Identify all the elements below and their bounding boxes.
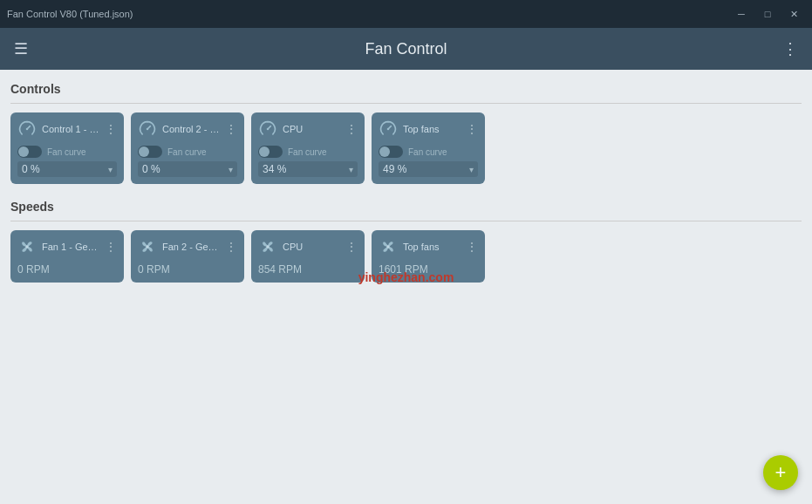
card-header: Fan 1 - GeForce RT... ⋮ (17, 237, 117, 256)
toggle-row: Fan curve (17, 146, 117, 158)
gauge-icon (138, 119, 157, 139)
card-header-left: Top fans (379, 119, 440, 139)
speed-card-fan-1: Fan 1 - GeForce RT... ⋮ 0 RPM (10, 230, 124, 283)
controls-section-header: Controls (10, 77, 802, 104)
card-menu-button[interactable]: ⋮ (225, 123, 237, 135)
card-menu-button[interactable]: ⋮ (345, 123, 358, 135)
card-header: Top fans ⋮ (379, 237, 478, 256)
fan-curve-label: Fan curve (47, 147, 85, 157)
card-title: Top fans (403, 124, 440, 134)
value-dropdown[interactable]: 0 % ▾ (138, 161, 237, 177)
add-fab-button[interactable]: + (763, 455, 798, 490)
card-menu-button[interactable]: ⋮ (225, 241, 237, 253)
dropdown-value: 34 % (263, 163, 286, 175)
minimize-button[interactable]: ─ (730, 5, 753, 23)
card-menu-button[interactable]: ⋮ (345, 241, 358, 253)
maximize-button[interactable]: □ (756, 5, 779, 23)
chevron-down-icon: ▾ (469, 165, 474, 174)
rpm-value: 0 RPM (17, 263, 117, 276)
svg-point-5 (267, 128, 270, 131)
card-title: Control 1 - GeForce (42, 124, 103, 134)
toggle-switch[interactable] (17, 146, 42, 158)
card-menu-button[interactable]: ⋮ (466, 241, 478, 253)
hamburger-menu-icon[interactable]: ☰ (14, 39, 28, 58)
close-button[interactable]: ✕ (782, 5, 805, 23)
gauge-icon (17, 119, 37, 139)
dropdown-value: 49 % (383, 163, 406, 175)
controls-grid: Control 1 - GeForce ⋮ Fan curve 0 % ▾ (10, 112, 802, 184)
control-card-control-cpu: CPU ⋮ Fan curve 34 % ▾ (251, 112, 365, 184)
rpm-value: 854 RPM (258, 263, 358, 276)
svg-point-1 (26, 128, 29, 131)
speed-card-fan-cpu: CPU ⋮ 854 RPM (251, 230, 365, 283)
toggle-knob (18, 146, 29, 157)
card-header: CPU ⋮ (258, 237, 358, 256)
card-header: Control 1 - GeForce ⋮ (17, 119, 117, 139)
toggle-switch[interactable] (258, 146, 283, 158)
toggle-row: Fan curve (379, 146, 478, 158)
watermark: yinghezhan.com (358, 270, 454, 284)
app-bar-left: ☰ (14, 39, 28, 58)
window-controls: ─ □ ✕ (730, 5, 805, 23)
card-header: Control 2 - GeForce ⋮ (138, 119, 237, 139)
card-header-left: Fan 2 - GeForce RT... (138, 237, 223, 256)
svg-point-9 (146, 245, 148, 248)
toggle-row: Fan curve (258, 146, 358, 158)
card-header-left: Control 1 - GeForce (17, 119, 103, 139)
card-header-left: Fan 1 - GeForce RT... (17, 237, 103, 256)
card-header-left: Top fans (379, 237, 440, 256)
value-dropdown[interactable]: 0 % ▾ (17, 161, 117, 177)
card-menu-button[interactable]: ⋮ (105, 123, 117, 135)
card-menu-button[interactable]: ⋮ (466, 123, 478, 135)
fan-icon (138, 237, 157, 256)
value-dropdown[interactable]: 34 % ▾ (258, 161, 358, 177)
more-options-icon[interactable]: ⋮ (782, 39, 798, 58)
fan-icon (379, 237, 398, 256)
dropdown-value: 0 % (142, 163, 160, 175)
card-header: Top fans ⋮ (379, 119, 478, 139)
fan-icon (17, 237, 37, 256)
control-card-control-2: Control 2 - GeForce ⋮ Fan curve 0 % ▾ (131, 112, 244, 184)
toggle-switch[interactable] (379, 146, 403, 158)
chevron-down-icon: ▾ (349, 165, 353, 174)
svg-point-11 (386, 245, 389, 248)
control-card-control-1: Control 1 - GeForce ⋮ Fan curve 0 % ▾ (10, 112, 124, 184)
title-bar: Fan Control V80 (Tuned.json) ─ □ ✕ (0, 0, 812, 28)
window-title: Fan Control V80 (Tuned.json) (7, 9, 133, 19)
chevron-down-icon: ▾ (108, 165, 113, 174)
app-bar: ☰ Fan Control ⋮ (0, 28, 812, 70)
card-header-left: Control 2 - GeForce (138, 119, 223, 139)
fan-curve-label: Fan curve (408, 147, 447, 157)
toggle-knob (139, 146, 149, 157)
fan-curve-label: Fan curve (167, 147, 206, 157)
fan-curve-label: Fan curve (288, 147, 326, 157)
svg-point-8 (25, 245, 28, 248)
control-card-control-top: Top fans ⋮ Fan curve 49 % ▾ (372, 112, 485, 184)
toggle-knob (379, 146, 390, 157)
toggle-switch[interactable] (138, 146, 162, 158)
svg-point-3 (147, 128, 149, 131)
svg-point-7 (387, 128, 390, 131)
svg-point-10 (266, 245, 269, 248)
card-title: CPU (283, 124, 303, 134)
card-title: Control 2 - GeForce (162, 124, 223, 134)
value-dropdown[interactable]: 49 % ▾ (379, 161, 478, 177)
card-menu-button[interactable]: ⋮ (105, 241, 117, 253)
fan-icon (258, 237, 277, 256)
toggle-knob (259, 146, 270, 157)
card-header-left: CPU (258, 119, 303, 139)
toggle-row: Fan curve (138, 146, 237, 158)
card-header: CPU ⋮ (258, 119, 358, 139)
speed-card-fan-2: Fan 2 - GeForce RT... ⋮ 0 RPM (131, 230, 244, 283)
main-content: Controls Control 1 - GeForce ⋮ Fan curve (0, 70, 812, 504)
speeds-section-header: Speeds (10, 194, 802, 221)
dropdown-value: 0 % (22, 163, 40, 175)
card-header-left: CPU (258, 237, 303, 256)
card-title: Fan 1 - GeForce RT... (42, 242, 103, 252)
card-title: CPU (283, 242, 303, 252)
card-header: Fan 2 - GeForce RT... ⋮ (138, 237, 237, 256)
gauge-icon (258, 119, 277, 139)
card-title: Fan 2 - GeForce RT... (162, 242, 223, 252)
rpm-value: 0 RPM (138, 263, 237, 276)
gauge-icon (379, 119, 398, 139)
